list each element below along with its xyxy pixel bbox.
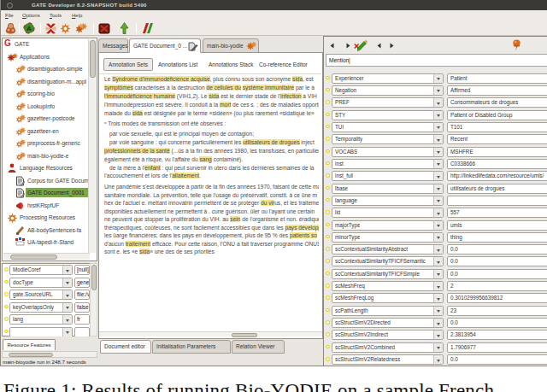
svg-text:A: A [26, 25, 32, 32]
